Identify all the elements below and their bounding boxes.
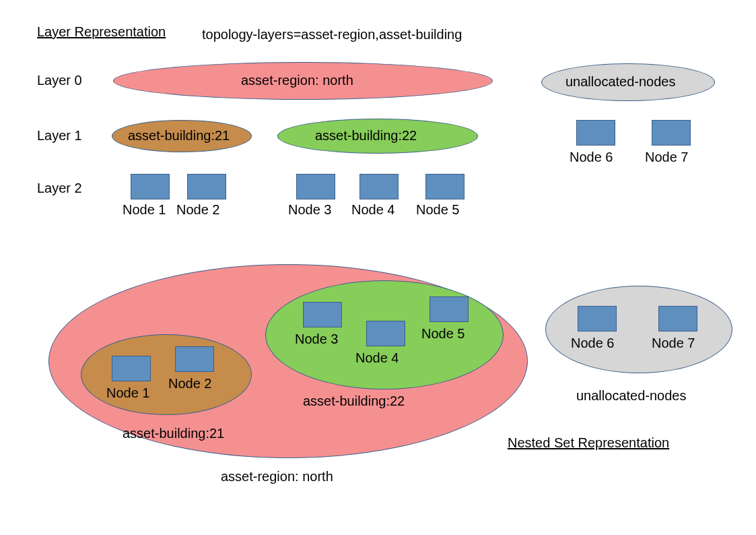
label-region-north-top: asset-region: north — [241, 73, 353, 88]
node-label-2-nested: Node 2 — [168, 376, 212, 391]
label-unallocated-top: unallocated-nodes — [565, 74, 675, 90]
node-rect-7-nested — [658, 306, 697, 332]
node-rect-1-nested — [112, 356, 151, 381]
ellipse-unallocated-nested — [545, 286, 732, 373]
node-label-6-nested: Node 6 — [571, 336, 615, 351]
node-rect-6-nested — [578, 306, 617, 332]
node-rect-3-nested — [303, 302, 342, 327]
node-label-1-nested: Node 1 — [106, 385, 150, 401]
label-building22-nested: asset-building:22 — [303, 394, 405, 409]
node-rect-1-top — [131, 174, 170, 199]
label-building22-top: asset-building:22 — [315, 128, 417, 144]
node-label-7-nested: Node 7 — [652, 336, 695, 351]
diagram-stage: Layer Representation topology-layers=ass… — [0, 0, 756, 535]
node-rect-6-top — [576, 120, 615, 146]
label-unallocated-nested: unallocated-nodes — [576, 388, 686, 404]
node-rect-5-nested — [429, 296, 469, 322]
node-label-7-top: Node 7 — [645, 150, 689, 165]
node-rect-2-nested — [175, 346, 214, 372]
title-layer-rep: Layer Representation — [37, 24, 166, 40]
node-rect-7-top — [652, 120, 691, 146]
node-label-5-top: Node 5 — [416, 202, 460, 218]
node-label-6-top: Node 6 — [570, 150, 613, 165]
node-rect-2-top — [187, 174, 226, 199]
ellipse-building21-nested — [81, 334, 252, 415]
node-label-3-nested: Node 3 — [295, 332, 339, 347]
layer1-label: Layer 1 — [37, 128, 82, 144]
layer0-label: Layer 0 — [37, 73, 82, 88]
label-building21-top: asset-building:21 — [128, 128, 230, 144]
node-rect-3-top — [296, 174, 335, 199]
node-label-1-top: Node 1 — [123, 202, 166, 218]
node-rect-4-nested — [366, 321, 405, 346]
label-region-north-nested: asset-region: north — [221, 469, 333, 484]
title-nested-rep: Nested Set Representation — [508, 435, 669, 451]
label-building21-nested: asset-building:21 — [123, 426, 224, 441]
node-label-3-top: Node 3 — [288, 202, 332, 218]
node-rect-4-top — [359, 174, 399, 199]
layer2-label: Layer 2 — [37, 181, 82, 196]
node-label-5-nested: Node 5 — [421, 326, 465, 342]
node-label-4-top: Node 4 — [351, 202, 395, 218]
node-label-2-top: Node 2 — [176, 202, 220, 218]
topology-text: topology-layers=asset-region,asset-build… — [202, 27, 462, 42]
node-label-4-nested: Node 4 — [355, 350, 399, 366]
node-rect-5-top — [425, 174, 465, 199]
